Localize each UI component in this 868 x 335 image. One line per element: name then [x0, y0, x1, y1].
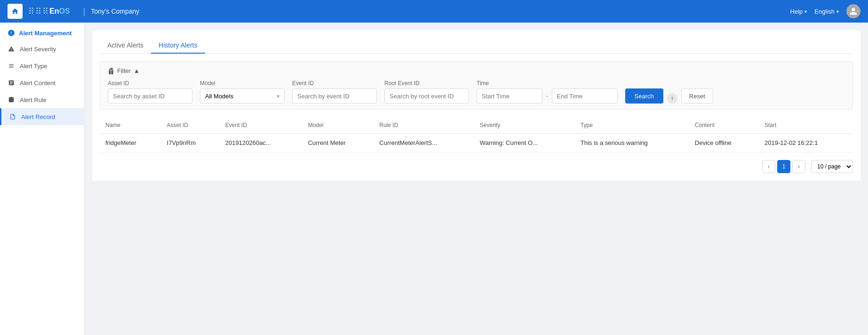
time-separator: ~	[545, 93, 549, 100]
content-card: Active AlertsHistory Alerts Filter ▲ Ass…	[92, 30, 860, 181]
topbar-divider: |	[83, 7, 86, 16]
info-button[interactable]: i	[667, 93, 677, 104]
table-body: fridgeMeterI7Vp9nRm2019120260ac...Curren…	[100, 134, 853, 152]
col-name: Name	[100, 117, 161, 134]
cell-type: This is a serious warning	[575, 134, 689, 152]
cell-rule-id: CurrentMeterAlertS...	[374, 134, 474, 152]
table-wrap: NameAsset IDEvent IDModelRule IDSeverity…	[100, 117, 853, 152]
cell-severity: Warning: Current O...	[474, 134, 575, 152]
col-type: Type	[575, 117, 689, 134]
filter-chevron-icon: ▲	[134, 67, 140, 74]
alert-mgmt-icon	[8, 29, 15, 37]
cell-name: fridgeMeter	[100, 134, 161, 152]
start-time-input[interactable]	[477, 88, 542, 104]
page-size-select[interactable]: 10 / page20 / page50 / page	[811, 160, 853, 173]
filter-bar: Filter ▲ Asset ID Model All Models ▾	[100, 61, 853, 110]
help-button[interactable]: Help ▾	[790, 8, 807, 15]
col-model: Model	[303, 117, 374, 134]
alert-type-icon	[8, 62, 15, 70]
prev-page-button[interactable]: ‹	[762, 160, 775, 173]
sidebar-item-label: Alert Type	[20, 63, 47, 70]
sidebar-item-label: Alert Rule	[20, 96, 47, 104]
main-content: Active AlertsHistory Alerts Filter ▲ Ass…	[85, 23, 868, 335]
language-selector[interactable]: English ▾	[814, 8, 839, 15]
alert-rule-icon	[8, 96, 15, 104]
help-dropdown-icon: ▾	[804, 9, 807, 14]
model-field: Model All Models ▾	[200, 80, 285, 104]
sidebar: Alert Management Alert SeverityAlert Typ…	[0, 23, 85, 335]
sidebar-item-label: Alert Content	[20, 80, 56, 87]
tab-active-alerts[interactable]: Active Alerts	[100, 38, 151, 54]
time-field: Time ~	[477, 80, 618, 104]
logo-en: En	[49, 7, 59, 16]
model-select-wrapper: All Models ▾	[200, 88, 285, 104]
asset-id-field: Asset ID	[108, 80, 192, 104]
tabs: Active AlertsHistory Alerts	[100, 38, 853, 54]
event-id-input[interactable]	[292, 88, 377, 104]
sidebar-item-label: Alert Record	[21, 113, 55, 120]
reset-button[interactable]: Reset	[681, 88, 713, 104]
sidebar-item-alert-record[interactable]: Alert Record	[0, 108, 84, 125]
page-1-button[interactable]: 1	[777, 160, 790, 173]
alert-table: NameAsset IDEvent IDModelRule IDSeverity…	[100, 117, 853, 152]
sidebar-item-alert-severity[interactable]: Alert Severity	[0, 40, 84, 57]
cell-event-id: 2019120260ac...	[220, 134, 303, 152]
cell-model: Current Meter	[303, 134, 374, 152]
col-start: Start	[759, 117, 853, 134]
root-event-id-input[interactable]	[384, 88, 469, 104]
root-event-id-field: Root Event ID	[384, 80, 469, 104]
sidebar-item-label: Alert Severity	[20, 46, 56, 53]
logo-os: OS	[59, 7, 70, 16]
tab-history-alerts[interactable]: History Alerts	[151, 38, 205, 54]
logo: ⠿⠿⠿ En OS	[28, 6, 70, 16]
filter-actions: Search i Reset	[625, 88, 713, 104]
page-size-selector: 10 / page20 / page50 / page	[811, 160, 853, 173]
cell-content: Device offline	[689, 134, 759, 152]
pagination: ‹ 1 › 10 / page20 / page50 / page	[100, 160, 853, 173]
col-content: Content	[689, 117, 759, 134]
cell-asset-id: I7Vp9nRm	[161, 134, 220, 152]
event-id-field: Event ID	[292, 80, 377, 104]
sidebar-item-alert-rule[interactable]: Alert Rule	[0, 91, 84, 108]
col-rule-id: Rule ID	[374, 117, 474, 134]
avatar[interactable]	[846, 4, 860, 18]
topbar: ⠿⠿⠿ En OS | Tony's Company Help ▾ Englis…	[0, 0, 868, 23]
filter-toggle[interactable]: Filter ▲	[108, 67, 845, 74]
layout: Alert Management Alert SeverityAlert Typ…	[0, 23, 868, 335]
filter-fields: Asset ID Model All Models ▾ Event ID	[108, 80, 845, 104]
next-page-button[interactable]: ›	[792, 160, 805, 173]
topbar-right: Help ▾ English ▾	[790, 4, 860, 18]
lang-dropdown-icon: ▾	[836, 9, 839, 14]
col-asset-id: Asset ID	[161, 117, 220, 134]
search-button[interactable]: Search	[625, 88, 663, 104]
sidebar-item-alert-content[interactable]: Alert Content	[0, 74, 84, 91]
table-header: NameAsset IDEvent IDModelRule IDSeverity…	[100, 117, 853, 134]
model-select[interactable]: All Models	[200, 88, 285, 104]
time-range: ~	[477, 88, 618, 104]
alert-record-icon	[9, 113, 16, 120]
col-event-id: Event ID	[220, 117, 303, 134]
table-row[interactable]: fridgeMeterI7Vp9nRm2019120260ac...Curren…	[100, 134, 853, 152]
end-time-input[interactable]	[552, 88, 618, 104]
alert-severity-icon	[8, 45, 15, 53]
asset-id-input[interactable]	[108, 88, 192, 104]
sidebar-item-alert-type[interactable]: Alert Type	[0, 57, 84, 74]
col-severity: Severity	[474, 117, 575, 134]
sidebar-section-title: Alert Management	[0, 23, 84, 40]
logo-dots: ⠿⠿⠿	[28, 6, 49, 16]
sidebar-nav: Alert SeverityAlert TypeAlert ContentAle…	[0, 40, 84, 125]
company-name: Tony's Company	[91, 8, 139, 15]
home-button[interactable]	[8, 4, 23, 19]
alert-content-icon	[8, 79, 15, 87]
cell-start: 2019-12-02 16:22:1	[759, 134, 853, 152]
